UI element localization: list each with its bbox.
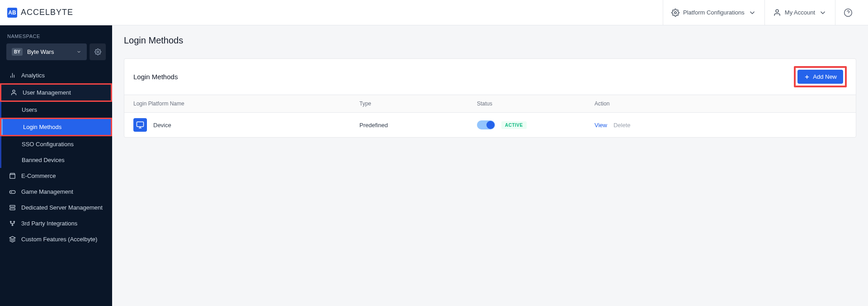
help-button[interactable] (835, 0, 861, 25)
row-name: Device (153, 122, 171, 129)
main-content: Login Methods Login Methods Add New Logi… (112, 0, 868, 306)
sidebar-item-ecommerce[interactable]: E-Commerce (0, 168, 112, 184)
plus-icon (804, 74, 810, 80)
table-header: Login Platform Name Type Status Action (124, 95, 856, 113)
layers-icon (9, 236, 16, 243)
brand-name: ACCELBYTE (21, 8, 73, 17)
sidebar-item-label: 3rd Party Integrations (21, 220, 77, 227)
row-name-cell: Device (133, 118, 359, 132)
card-title: Login Methods (133, 73, 178, 81)
platform-configurations-label: Platform Configurations (683, 9, 745, 16)
user-management-submenu: Users Login Methods SSO Configurations B… (0, 102, 112, 168)
sidebar-item-dedicated-server[interactable]: Dedicated Server Management (0, 200, 112, 215)
sidebar-item-login-methods[interactable]: Login Methods (0, 118, 112, 136)
sidebar: NAMESPACE BY Byte Wars Analytics (0, 0, 112, 306)
gear-icon (671, 9, 679, 17)
svg-rect-9 (10, 174, 15, 178)
column-header-type: Type (359, 100, 477, 107)
namespace-badge: BY (12, 48, 23, 56)
svg-point-16 (14, 221, 15, 223)
server-icon (9, 204, 16, 211)
sidebar-item-label: User Management (23, 89, 71, 96)
my-account-menu[interactable]: My Account (764, 0, 835, 25)
card-header: Login Methods Add New (124, 59, 856, 95)
row-action-cell: View Delete (594, 122, 847, 129)
sidebar-item-label: Analytics (21, 72, 45, 79)
sidebar-item-sso-configurations[interactable]: SSO Configurations (0, 136, 112, 152)
namespace-name: Byte Wars (27, 48, 54, 55)
sidebar-item-users[interactable]: Users (0, 102, 112, 118)
namespace-settings-button[interactable] (90, 43, 106, 60)
svg-rect-13 (10, 206, 15, 207)
view-link[interactable]: View (594, 122, 607, 129)
sidebar-item-third-party[interactable]: 3rd Party Integrations (0, 215, 112, 231)
row-status-cell: ACTIVE (477, 120, 594, 129)
table-row: Device Predefined ACTIVE View Delete (124, 113, 856, 137)
chevron-down-icon (819, 9, 827, 17)
add-new-label: Add New (813, 73, 837, 80)
status-badge: ACTIVE (501, 121, 527, 129)
column-header-action: Action (594, 100, 847, 107)
top-header: AB ACCELBYTE Platform Configurations My … (0, 0, 868, 25)
svg-point-1 (776, 10, 778, 12)
svg-marker-18 (9, 236, 15, 239)
header-actions: Platform Configurations My Account (663, 0, 861, 25)
sidebar-item-custom-features[interactable]: Custom Features (Accelbyte) (0, 231, 112, 247)
sidebar-item-label: Custom Features (Accelbyte) (21, 236, 97, 243)
brand: AB ACCELBYTE (7, 8, 73, 18)
sidebar-item-banned-devices[interactable]: Banned Devices (0, 152, 112, 168)
svg-point-17 (12, 225, 13, 226)
svg-rect-10 (9, 191, 15, 193)
my-account-label: My Account (785, 9, 815, 16)
gamepad-icon (9, 188, 16, 195)
namespace-selector-row: BY Byte Wars (0, 43, 112, 67)
platform-configurations-menu[interactable]: Platform Configurations (663, 0, 764, 25)
sidebar-item-user-management[interactable]: User Management (0, 83, 112, 102)
add-new-highlight: Add New (794, 66, 847, 87)
chart-icon (9, 72, 16, 79)
page-title: Login Methods (124, 35, 856, 46)
sidebar-item-label: E-Commerce (21, 172, 56, 179)
gear-icon (94, 48, 101, 55)
store-icon (9, 172, 16, 179)
column-header-name: Login Platform Name (133, 100, 359, 107)
status-toggle[interactable] (477, 120, 495, 129)
row-type: Predefined (359, 122, 477, 129)
delete-link[interactable]: Delete (613, 122, 631, 129)
logo-icon: AB (7, 8, 17, 18)
chevron-down-icon (748, 9, 756, 17)
login-methods-card: Login Methods Add New Login Platform Nam… (124, 58, 856, 138)
svg-rect-21 (137, 122, 144, 127)
user-icon (773, 9, 781, 17)
add-new-button[interactable]: Add New (797, 70, 843, 84)
svg-rect-14 (10, 208, 15, 210)
svg-point-0 (675, 11, 677, 14)
sidebar-item-analytics[interactable]: Analytics (0, 67, 112, 83)
column-header-status: Status (477, 100, 594, 107)
integration-icon (9, 220, 16, 227)
svg-point-15 (10, 221, 12, 223)
chevron-down-icon (76, 49, 81, 54)
sidebar-item-label: Dedicated Server Management (21, 204, 103, 211)
device-icon (133, 118, 147, 132)
sidebar-item-label: Game Management (21, 188, 73, 195)
sidebar-item-game-management[interactable]: Game Management (0, 184, 112, 200)
user-icon (10, 89, 17, 96)
namespace-selector[interactable]: BY Byte Wars (6, 43, 87, 60)
namespace-label: NAMESPACE (0, 25, 112, 43)
help-icon (844, 8, 853, 17)
svg-point-4 (97, 51, 99, 53)
svg-point-8 (13, 90, 15, 92)
